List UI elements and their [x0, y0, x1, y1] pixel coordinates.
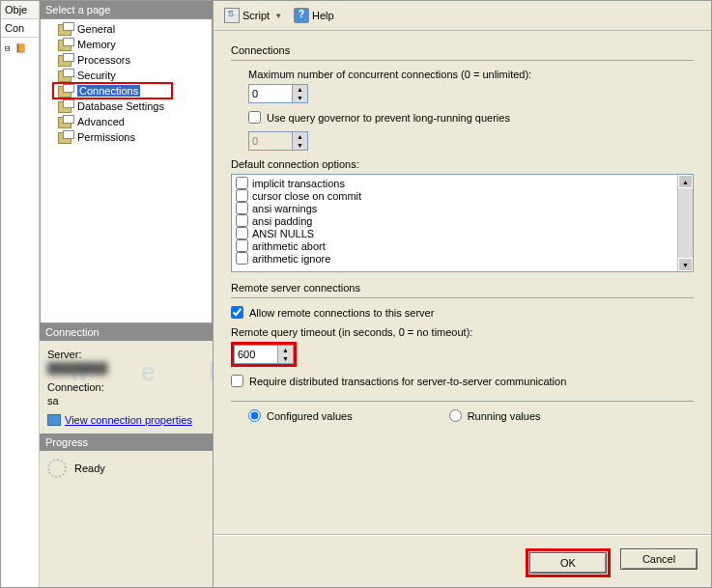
page-item-permissions[interactable]: Permissions — [41, 129, 212, 145]
cancel-button[interactable]: Cancel — [620, 548, 698, 570]
default-options-listbox[interactable]: implicit transactions cursor close on co… — [231, 174, 694, 272]
page-list: General Memory Processors Security Conne… — [40, 18, 213, 323]
spin-down-icon: ▼ — [292, 141, 307, 150]
connection-header: Connection — [40, 323, 213, 341]
max-connections-input[interactable] — [249, 85, 292, 102]
spin-up-icon: ▲ — [292, 132, 307, 141]
group-divider — [231, 297, 694, 298]
option-checkbox[interactable] — [236, 189, 248, 202]
page-icon — [58, 38, 73, 51]
option-item: ansi padding — [236, 214, 673, 227]
remote-timeout-input[interactable] — [235, 346, 277, 363]
page-item-database-settings[interactable]: Database Settings — [41, 98, 212, 114]
server-label: Server: — [47, 349, 205, 360]
progress-header: Progress — [40, 434, 213, 451]
remote-timeout-highlight: ▲▼ — [231, 342, 297, 367]
option-item: arithmetic ignore — [236, 252, 673, 265]
query-governor-checkbox[interactable] — [248, 111, 261, 124]
option-item: arithmetic abort — [236, 239, 673, 252]
page-item-security[interactable]: Security — [41, 68, 212, 83]
ok-button[interactable]: OK — [529, 552, 607, 574]
object-explorer-title: Obje — [1, 1, 39, 19]
option-checkbox[interactable] — [236, 227, 248, 239]
page-item-processors[interactable]: Processors — [41, 52, 212, 68]
page-icon — [58, 115, 73, 128]
query-governor-input — [249, 132, 292, 150]
button-separator — [214, 534, 711, 535]
page-icon — [58, 69, 73, 82]
main-toolbar: Script ▼ Help — [214, 1, 711, 31]
allow-remote-label: Allow remote connections to this server — [249, 307, 434, 319]
left-navigation-pane: Select a page General Memory Processors … — [40, 1, 214, 587]
option-checkbox[interactable] — [236, 202, 248, 214]
spin-up-icon[interactable]: ▲ — [277, 346, 293, 354]
progress-spinner-icon — [47, 459, 67, 478]
allow-remote-checkbox[interactable] — [231, 306, 243, 319]
object-explorer-strip: Obje Con ⊟ 📙 — [1, 1, 40, 587]
properties-icon — [47, 414, 61, 426]
connection-info: Server: ████████ Connection: sa View con… — [40, 341, 213, 434]
spin-up-icon[interactable]: ▲ — [292, 85, 307, 94]
tree-collapse-icon[interactable]: ⊟ 📙 — [5, 43, 35, 53]
configured-values-radio[interactable]: Configured values — [248, 409, 353, 422]
help-icon — [294, 8, 309, 23]
option-checkbox[interactable] — [236, 239, 248, 252]
remote-timeout-label: Remote query timeout (in seconds, 0 = no… — [231, 326, 694, 338]
spin-down-icon[interactable]: ▼ — [277, 354, 293, 363]
option-item: cursor close on commit — [236, 189, 673, 202]
running-values-radio[interactable]: Running values — [449, 409, 541, 422]
query-governor-label: Use query governor to prevent long-runni… — [267, 112, 510, 124]
content-area: Connections Maximum number of concurrent… — [214, 31, 711, 526]
option-checkbox[interactable] — [236, 177, 248, 189]
remote-timeout-spinner[interactable]: ▲▼ — [234, 345, 294, 364]
select-page-header: Select a page — [40, 1, 213, 18]
max-connections-spinner[interactable]: ▲▼ — [248, 84, 308, 103]
listbox-scrollbar[interactable]: ▲▼ — [677, 175, 693, 271]
spin-down-icon[interactable]: ▼ — [292, 94, 307, 102]
page-icon — [58, 99, 73, 113]
script-icon — [224, 8, 240, 23]
query-governor-spinner: ▲▼ — [248, 131, 308, 151]
require-dt-checkbox[interactable] — [231, 375, 243, 387]
require-dt-label: Require distributed transactions for ser… — [249, 376, 566, 387]
page-icon — [58, 53, 73, 67]
help-button[interactable]: Help — [289, 5, 339, 26]
group-divider — [231, 60, 694, 61]
page-item-connections[interactable]: Connections — [41, 83, 212, 98]
main-content: Script ▼ Help Connections Maximum number… — [214, 1, 711, 587]
option-item: ansi warnings — [236, 202, 673, 214]
max-connections-label: Maximum number of concurrent connections… — [248, 69, 694, 80]
option-item: implicit transactions — [236, 177, 673, 189]
remote-group-label: Remote server connections — [231, 282, 694, 294]
progress-status: Ready — [74, 462, 105, 474]
connections-group-label: Connections — [231, 44, 694, 56]
chevron-down-icon: ▼ — [274, 12, 282, 20]
server-value: ████████ — [47, 362, 205, 374]
page-item-general[interactable]: General — [41, 21, 212, 37]
default-options-label: Default connection options: — [231, 158, 694, 170]
page-icon — [58, 130, 73, 144]
page-item-memory[interactable]: Memory — [41, 37, 212, 52]
option-checkbox[interactable] — [236, 252, 248, 265]
object-explorer-conn[interactable]: Con — [1, 19, 39, 38]
page-icon — [58, 22, 73, 36]
scroll-up-icon[interactable]: ▲ — [678, 175, 693, 188]
view-connection-properties-link[interactable]: View connection properties — [47, 414, 205, 426]
group-divider — [231, 401, 694, 402]
script-button[interactable]: Script ▼ — [219, 5, 287, 26]
ok-highlight: OK — [526, 548, 611, 577]
connection-value: sa — [47, 395, 205, 406]
dialog-window: Obje Con ⊟ 📙 Select a page General Memor… — [0, 0, 712, 588]
connection-label: Connection: — [47, 381, 205, 393]
option-checkbox[interactable] — [236, 214, 248, 227]
progress-box: Ready — [40, 451, 213, 486]
scroll-down-icon[interactable]: ▼ — [678, 258, 693, 271]
option-item: ANSI NULLS — [236, 227, 673, 239]
dialog-button-row: OK Cancel — [214, 543, 711, 587]
page-icon — [58, 84, 73, 98]
page-item-advanced[interactable]: Advanced — [41, 114, 212, 129]
